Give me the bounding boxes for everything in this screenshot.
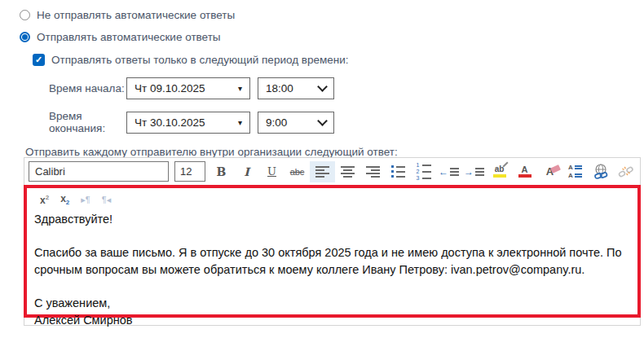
font-color-button[interactable]: A: [512, 161, 537, 182]
dropdown-triangle-icon[interactable]: ▾: [238, 118, 242, 127]
radio-no-auto-reply[interactable]: Не отправлять автоматические ответы: [20, 9, 235, 21]
reply-editor: B I U abc 1: [24, 157, 641, 326]
end-date-value: Чт 30.10.2025: [135, 116, 205, 129]
radio-unselected-icon[interactable]: [20, 10, 30, 20]
font-color-icon: A: [518, 165, 532, 178]
message-line: С уважением,: [34, 295, 630, 312]
end-time-label: Время окончания:: [49, 110, 126, 134]
dropdown-triangle-icon[interactable]: ▾: [238, 84, 242, 93]
end-date-dropdown[interactable]: Чт 30.10.2025 ▾: [126, 112, 250, 134]
start-date-value: Чт 09.10.2025: [135, 82, 205, 94]
strikethrough-icon: abc: [290, 167, 305, 177]
numbered-list-icon: 1 2 3: [417, 163, 431, 180]
font-size-input[interactable]: [174, 161, 205, 182]
right-to-left-button[interactable]: ¶◂: [102, 195, 111, 205]
chevron-down-icon[interactable]: [317, 81, 328, 92]
font-name-input[interactable]: [29, 161, 169, 182]
underline-button[interactable]: U: [259, 161, 285, 182]
message-line: Здравствуйте!: [34, 211, 630, 228]
reply-message-area-annotated: x2 x2 ▸¶ ¶◂ Здравствуйте! Спасибо за ваш…: [24, 185, 641, 318]
left-to-right-button[interactable]: ▸¶: [81, 195, 90, 205]
subscript-button[interactable]: x2: [60, 193, 69, 206]
auto-reply-settings-panel: Не отправлять автоматические ответы Отпр…: [0, 0, 644, 338]
align-left-icon: [315, 166, 329, 178]
italic-button[interactable]: I: [234, 161, 259, 182]
align-center-icon: [341, 166, 355, 178]
underline-icon: U: [267, 165, 276, 178]
message-line: [34, 279, 630, 295]
message-line: Алексей Смирнов: [34, 312, 630, 329]
radio-selected-icon[interactable]: [20, 32, 30, 42]
insert-link-icon: [592, 163, 610, 181]
radio-no-auto-reply-label: Не отправлять автоматические ответы: [37, 9, 235, 21]
increase-indent-icon: →: [464, 166, 484, 178]
decrease-indent-button[interactable]: ←: [436, 161, 461, 182]
start-time-label: Время начала:: [49, 82, 126, 94]
align-left-button[interactable]: [310, 161, 335, 182]
decrease-indent-icon: ←: [439, 166, 459, 178]
checkbox-period-label: Отправлять ответы только в следующий пер…: [51, 54, 349, 66]
align-right-button[interactable]: [360, 161, 386, 182]
start-time-dropdown[interactable]: 18:00: [258, 77, 334, 99]
strikethrough-button[interactable]: abc: [285, 161, 310, 182]
radio-send-auto-reply[interactable]: Отправлять автоматические ответы: [20, 31, 221, 43]
numbered-list-button[interactable]: 1 2 3: [411, 161, 436, 182]
bold-icon: B: [217, 165, 227, 178]
insert-link-button[interactable]: [588, 161, 613, 182]
start-time-value: 18:00: [266, 82, 293, 94]
clear-formatting-button[interactable]: A: [537, 161, 562, 182]
styles-button[interactable]: A A: [562, 161, 588, 182]
end-time-dropdown[interactable]: 9:00: [258, 112, 334, 134]
radio-send-auto-reply-label: Отправлять автоматические ответы: [37, 31, 221, 43]
remove-link-button[interactable]: [613, 161, 638, 182]
end-time-value: 9:00: [266, 116, 287, 129]
checkbox-checked-icon[interactable]: ✓: [33, 54, 45, 66]
bold-button[interactable]: B: [209, 161, 234, 182]
message-line: Спасибо за ваше письмо. Я в отпуске до 3…: [34, 244, 630, 279]
message-line: [34, 228, 630, 244]
italic-icon: I: [244, 165, 249, 178]
reply-section-label: Отправить каждому отправителю внутри орг…: [25, 146, 398, 158]
reply-message-text[interactable]: Здравствуйте! Спасибо за ваше письмо. Я …: [27, 208, 637, 329]
align-right-icon: [366, 166, 380, 178]
bullet-list-button[interactable]: [386, 161, 411, 182]
start-time-row: Время начала: Чт 09.10.2025 ▾ 18:00: [49, 77, 334, 99]
end-time-row: Время окончания: Чт 30.10.2025 ▾ 9:00: [49, 110, 334, 134]
formatting-toolbar-row2: x2 x2 ▸¶ ¶◂: [27, 188, 637, 208]
align-center-button[interactable]: [335, 161, 360, 182]
clear-formatting-icon: A: [546, 165, 554, 178]
start-date-dropdown[interactable]: Чт 09.10.2025 ▾: [126, 77, 250, 99]
remove-link-icon: [617, 163, 635, 181]
styles-icon: A A: [568, 165, 582, 179]
chevron-down-icon[interactable]: [317, 116, 328, 126]
checkbox-period-only[interactable]: ✓ Отправлять ответы только в следующий п…: [33, 54, 349, 66]
formatting-toolbar: B I U abc 1: [24, 158, 640, 185]
highlight-color-button[interactable]: ab: [487, 161, 512, 182]
highlight-color-icon: ab: [493, 165, 506, 178]
increase-indent-button[interactable]: →: [461, 161, 487, 182]
bullet-list-icon: [391, 165, 405, 178]
superscript-button[interactable]: x2: [40, 194, 49, 206]
